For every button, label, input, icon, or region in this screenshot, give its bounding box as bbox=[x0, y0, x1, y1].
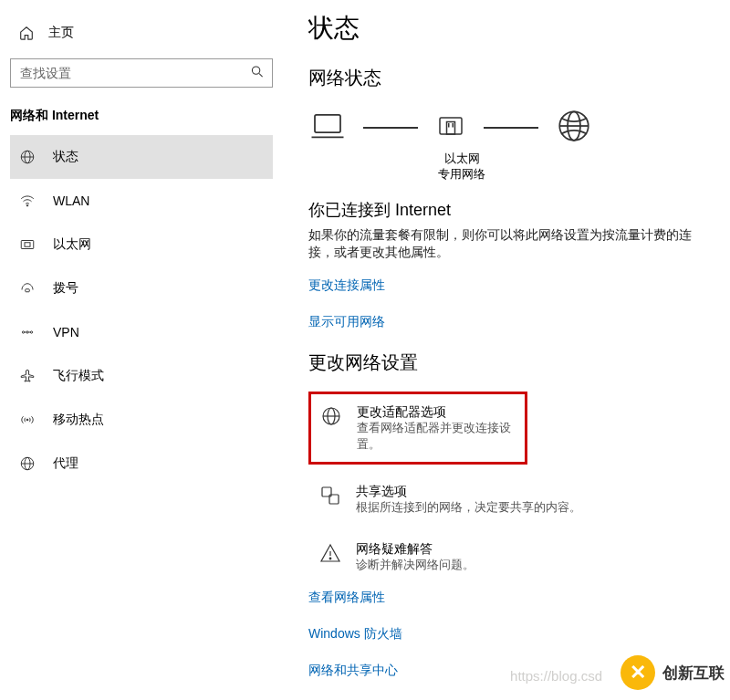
warning-icon bbox=[319, 542, 341, 564]
link-show-available[interactable]: 显示可用网络 bbox=[308, 314, 694, 330]
option-troubleshoot[interactable]: 网络疑难解答 诊断并解决网络问题。 bbox=[308, 533, 694, 580]
sidebar-item-ethernet[interactable]: 以太网 bbox=[10, 223, 273, 266]
svg-point-9 bbox=[22, 331, 24, 333]
diagram-line bbox=[363, 127, 418, 129]
ethernet-icon bbox=[18, 235, 36, 254]
home-button[interactable]: 主页 bbox=[10, 20, 273, 53]
diagram-line bbox=[484, 127, 538, 129]
sidebar-section-title: 网络和 Internet bbox=[10, 104, 273, 128]
wifi-icon bbox=[18, 192, 36, 210]
sidebar-item-wlan[interactable]: WLAN bbox=[10, 179, 273, 223]
dialup-icon bbox=[18, 279, 36, 298]
link-firewall[interactable]: Windows 防火墙 bbox=[308, 626, 694, 643]
search-icon[interactable] bbox=[251, 66, 264, 81]
brand-icon: ✕ bbox=[620, 655, 655, 690]
option-desc: 根据所连接到的网络，决定要共享的内容。 bbox=[356, 499, 581, 516]
svg-point-33 bbox=[329, 558, 331, 559]
svg-point-11 bbox=[30, 331, 32, 333]
change-settings-heading: 更改网络设置 bbox=[308, 350, 694, 375]
svg-point-14 bbox=[26, 419, 28, 421]
sharing-icon bbox=[319, 485, 341, 507]
link-change-connection[interactable]: 更改连接属性 bbox=[308, 277, 694, 294]
link-view-properties[interactable]: 查看网络属性 bbox=[308, 590, 694, 606]
proxy-icon bbox=[18, 454, 36, 473]
svg-rect-21 bbox=[447, 122, 455, 135]
svg-point-0 bbox=[252, 67, 259, 74]
diagram-label-1: 以太网 bbox=[425, 151, 498, 167]
search-container bbox=[10, 58, 273, 88]
sidebar-item-label: 移动热点 bbox=[53, 412, 104, 428]
page-title: 状态 bbox=[308, 11, 694, 46]
sidebar-item-hotspot[interactable]: 移动热点 bbox=[10, 398, 273, 442]
laptop-icon bbox=[308, 107, 347, 148]
option-adapter[interactable]: 更改适配器选项 查看网络适配器并更改连接设置。 bbox=[308, 392, 527, 465]
diagram-labels: 以太网 专用网络 bbox=[425, 151, 498, 183]
option-title: 共享选项 bbox=[356, 483, 581, 499]
sidebar-item-label: 以太网 bbox=[53, 236, 91, 253]
brand-logo: ✕ 创新互联 bbox=[615, 651, 725, 695]
svg-point-10 bbox=[26, 331, 28, 333]
sidebar-item-status[interactable]: 状态 bbox=[10, 135, 273, 179]
network-status-heading: 网络状态 bbox=[308, 66, 694, 90]
option-desc: 查看网络适配器并更改连接设置。 bbox=[357, 420, 520, 453]
home-label: 主页 bbox=[48, 25, 74, 41]
svg-rect-20 bbox=[440, 118, 462, 134]
sidebar: 主页 网络和 Internet 状态 WLAN 以太网 拨号 bbox=[0, 0, 283, 700]
diagram-label-2: 专用网络 bbox=[425, 167, 498, 183]
status-icon bbox=[18, 148, 36, 166]
option-title: 更改适配器选项 bbox=[357, 403, 520, 420]
sidebar-item-label: VPN bbox=[53, 325, 79, 340]
option-sharing[interactable]: 共享选项 根据所连接到的网络，决定要共享的内容。 bbox=[308, 475, 694, 523]
sidebar-item-airplane[interactable]: 飞行模式 bbox=[10, 354, 273, 398]
connected-desc: 如果你的流量套餐有限制，则你可以将此网络设置为按流量计费的连接，或者更改其他属性… bbox=[308, 226, 694, 261]
svg-point-5 bbox=[26, 205, 28, 207]
watermark: https://blog.csd bbox=[510, 668, 602, 684]
home-icon bbox=[17, 24, 36, 42]
option-title: 网络疑难解答 bbox=[356, 540, 474, 557]
svg-line-1 bbox=[259, 74, 263, 78]
network-diagram bbox=[308, 107, 694, 148]
main-content: 状态 网络状态 以太网 专用网络 你已连接到 Internet 如果你的流量套餐… bbox=[283, 0, 730, 700]
connected-heading: 你已连接到 Internet bbox=[308, 199, 694, 221]
hotspot-icon bbox=[18, 411, 36, 429]
svg-rect-8 bbox=[26, 289, 30, 292]
sidebar-item-label: 状态 bbox=[53, 149, 78, 165]
sidebar-item-label: WLAN bbox=[53, 193, 89, 208]
brand-text: 创新互联 bbox=[662, 663, 725, 684]
svg-rect-18 bbox=[315, 115, 340, 132]
router-icon bbox=[434, 110, 467, 145]
option-desc: 诊断并解决网络问题。 bbox=[356, 557, 474, 573]
adapter-icon bbox=[320, 405, 342, 427]
search-input[interactable] bbox=[10, 58, 273, 88]
sidebar-item-vpn[interactable]: VPN bbox=[10, 310, 273, 354]
sidebar-item-label: 拨号 bbox=[53, 280, 78, 297]
airplane-icon bbox=[18, 367, 36, 385]
svg-rect-6 bbox=[21, 241, 34, 249]
sidebar-item-proxy[interactable]: 代理 bbox=[10, 442, 273, 486]
sidebar-item-label: 代理 bbox=[53, 455, 78, 472]
globe-icon bbox=[555, 107, 593, 148]
sidebar-item-dialup[interactable]: 拨号 bbox=[10, 266, 273, 310]
svg-rect-7 bbox=[25, 243, 30, 247]
vpn-icon bbox=[18, 323, 36, 341]
sidebar-item-label: 飞行模式 bbox=[53, 368, 104, 384]
